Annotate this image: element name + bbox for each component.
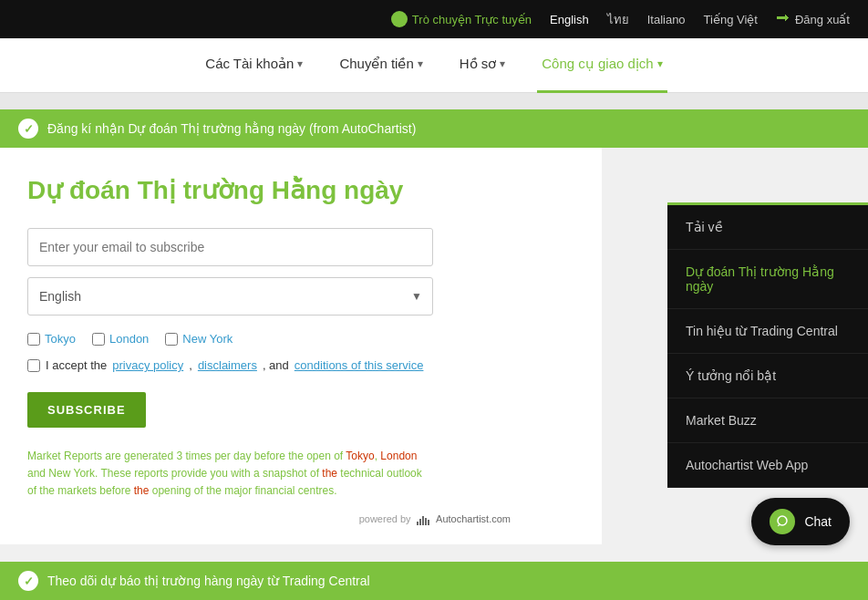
thai-lang-item[interactable]: ไทย	[607, 10, 629, 29]
autochartist-brand: Autochartist.com	[436, 513, 511, 524]
main-nav: Các Tài khoản ▾ Chuyển tiền ▾ Hồ sơ ▾ Cô…	[0, 38, 868, 93]
dropdown-item-market-buzz[interactable]: Market Buzz	[667, 398, 868, 443]
dropdown-item-market-forecast[interactable]: Dự đoán Thị trường Hằng ngày	[667, 250, 868, 309]
svg-rect-5	[428, 520, 429, 525]
live-chat-item[interactable]: Trò chuyện Trực tuyến	[391, 11, 532, 27]
tokyo-checkbox-label[interactable]: Tokyo	[27, 332, 76, 346]
live-chat-label: Trò chuyện Trực tuyến	[412, 13, 532, 26]
italian-lang-item[interactable]: Italiano	[647, 13, 686, 26]
tokyo-highlight: Tokyo	[346, 450, 374, 462]
content-wrapper: ✓ Đăng kí nhận Dự đoán Thị trường hằng n…	[0, 109, 868, 544]
page-title: Dự đoán Thị trường Hằng ngày	[27, 175, 574, 205]
privacy-comma: ,	[189, 358, 192, 372]
logout-icon: ⮕	[776, 11, 790, 27]
city-checkboxes-row: Tokyo London New York	[27, 332, 574, 346]
language-select[interactable]: English Thai Italiano Tiếng Việt	[27, 277, 433, 316]
chat-circle-icon	[770, 509, 795, 534]
dropdown-item-featured-ideas[interactable]: Ý tưởng nổi bật	[667, 354, 868, 398]
profile-chevron-icon: ▾	[500, 57, 505, 70]
disclaimers-link[interactable]: disclaimers	[198, 358, 257, 372]
nav-accounts[interactable]: Các Tài khoản ▾	[201, 38, 307, 93]
announcement-text: Đăng kí nhận Dự đoán Thị trường hằng ngà…	[47, 121, 416, 136]
vietnamese-lang-item[interactable]: Tiếng Việt	[704, 13, 758, 26]
gray-divider	[0, 93, 868, 109]
newyork-checkbox-label[interactable]: New York	[165, 332, 232, 346]
london-label: London	[109, 332, 149, 346]
svg-rect-2	[419, 519, 421, 525]
london-highlight: London	[380, 450, 417, 462]
dropdown-item-trading-central[interactable]: Tin hiệu từ Trading Central	[667, 309, 868, 354]
bottom-bar: ✓ Theo dõi dự báo thị trường hàng ngày t…	[0, 562, 868, 600]
privacy-row: I accept the privacy policy, disclaimers…	[27, 358, 574, 372]
powered-label: powered by	[359, 513, 411, 524]
description-text: Market Reports are generated 3 times per…	[27, 448, 433, 501]
the-highlight: the	[134, 484, 150, 497]
london-checkbox-label[interactable]: London	[92, 332, 149, 346]
privacy-and: , and	[263, 358, 289, 372]
london-checkbox[interactable]	[92, 333, 105, 346]
bottom-bar-icon: ✓	[18, 571, 38, 591]
chat-label: Chat	[804, 514, 832, 529]
nav-transfer[interactable]: Chuyển tiền ▾	[335, 38, 427, 93]
email-input[interactable]	[27, 228, 433, 266]
newyork-label: New York	[182, 332, 232, 346]
svg-rect-4	[425, 518, 427, 525]
chat-icon	[776, 515, 789, 528]
newyork-checkbox[interactable]	[165, 333, 178, 346]
live-chat-icon	[391, 11, 408, 27]
announcement-bar: ✓ Đăng kí nhận Dự đoán Thị trường hằng n…	[0, 109, 868, 148]
main-content: Dự đoán Thị trường Hằng ngày English Tha…	[0, 148, 602, 544]
dropdown-item-download[interactable]: Tải về	[667, 205, 868, 250]
privacy-checkbox[interactable]	[27, 359, 40, 372]
top-bar: Trò chuyện Trực tuyến English ไทย Italia…	[0, 0, 868, 38]
dropdown-item-autochartist-app[interactable]: Autochartist Web App	[667, 443, 868, 488]
logout-item[interactable]: ⮕ Đăng xuất	[776, 11, 850, 27]
subscribe-button[interactable]: SUBSCRIBE	[27, 392, 146, 428]
svg-rect-3	[422, 516, 424, 525]
technical-highlight: the	[322, 467, 337, 480]
svg-rect-1	[417, 522, 418, 525]
language-select-wrapper: English Thai Italiano Tiếng Việt ▼	[27, 277, 433, 316]
nav-tools[interactable]: Công cụ giao dịch ▾	[537, 38, 666, 93]
tools-chevron-icon: ▾	[657, 57, 663, 70]
accounts-chevron-icon: ▾	[297, 57, 303, 70]
privacy-before-text: I accept the	[46, 358, 107, 372]
tools-dropdown-menu: Tải về Dự đoán Thị trường Hằng ngày Tin …	[667, 202, 868, 488]
conditions-link[interactable]: conditions of this service	[294, 358, 424, 372]
bottom-bar-text: Theo dõi dự báo thị trường hàng ngày từ …	[47, 574, 370, 588]
announcement-icon: ✓	[18, 119, 38, 139]
autochartist-logo-icon	[416, 513, 432, 526]
nav-profile[interactable]: Hồ sơ ▾	[455, 38, 511, 93]
svg-point-0	[395, 16, 403, 24]
tokyo-checkbox[interactable]	[27, 333, 40, 346]
english-lang-item[interactable]: English	[550, 13, 589, 26]
chat-button[interactable]: Chat	[751, 498, 850, 545]
transfer-chevron-icon: ▾	[418, 57, 423, 70]
privacy-policy-link[interactable]: privacy policy	[112, 358, 183, 372]
tokyo-label: Tokyo	[45, 332, 76, 346]
powered-by: powered by Autochartist.com	[27, 513, 511, 526]
